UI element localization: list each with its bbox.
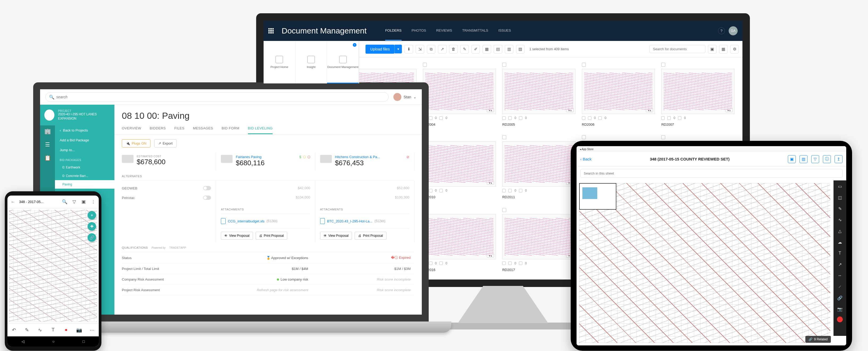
nav-project-home[interactable]: Project Home [264,41,296,83]
bid-tab[interactable]: MESSAGES [193,123,213,134]
document-thumbnail[interactable]: V1 [582,69,655,114]
camera-icon[interactable]: 📷 [75,326,83,334]
export-button[interactable]: ↗Export [154,139,177,147]
arrow-tool-icon[interactable]: ↗ [836,261,844,268]
camera-tool-icon[interactable]: 📷 [836,305,844,313]
help-icon[interactable]: ? [718,27,725,34]
link-fab[interactable]: 🔗 [88,233,96,242]
grid-view-icon[interactable]: ▦ [719,45,727,53]
bid-tab[interactable]: BID FORM [222,123,240,134]
filter-icon[interactable]: ▽ [811,155,819,163]
more-tools-icon[interactable]: ⋯ [88,326,96,334]
bidder-name[interactable]: Hitchens Construction & Pa... [335,155,380,159]
nav-home-icon[interactable]: ○ [52,339,54,344]
document-card[interactable]: V100RD2006 [582,63,655,129]
layers-icon[interactable]: ▣ [788,155,796,163]
shape-tool-icon[interactable]: △ [836,227,844,235]
search-icon[interactable]: 🔍 [61,199,68,205]
minimap[interactable] [579,183,616,210]
attachment-file[interactable]: BTC_2020.43_I-295-Hot-La...(512kb) [320,217,409,225]
ruler-tool-icon[interactable]: ⟋ [836,283,844,290]
select-tool-icon[interactable]: ▭ [836,182,844,190]
bid-tab[interactable]: FILES [175,123,184,134]
view-proposal-button[interactable]: 👁View Proposal [320,232,352,240]
locate-fab[interactable]: ⌖ [88,211,96,220]
tab-photos[interactable]: PHOTOS [412,21,426,41]
bid-tab[interactable]: BIDDERS [150,123,166,134]
toggle[interactable] [203,186,211,190]
checkbox[interactable] [661,135,665,139]
sidebar-package-item[interactable]: 0: Concrete Barr... [55,172,115,180]
share-icon[interactable]: ↥ [835,155,842,163]
layers-icon[interactable]: ▣ [80,199,87,205]
set-icon[interactable]: ▧ [516,45,525,53]
clipboard-icon[interactable]: 📋 [44,155,51,161]
undo-icon[interactable]: ↶ [10,326,18,334]
text-icon[interactable]: T [50,326,57,334]
related-button[interactable]: 🔗9 Related [805,336,831,343]
bid-tab[interactable]: OVERVIEW [122,123,141,134]
link-tool-icon[interactable]: 🔗 [836,294,844,301]
add-bid-package[interactable]: Add a Bid Package [55,135,115,145]
search-input[interactable] [650,45,705,53]
user-menu[interactable]: Stan ⌄ [393,93,416,101]
copy-icon[interactable]: ⧉ [427,45,435,53]
settings-icon[interactable]: ⚙ [730,45,739,53]
drawing-canvas[interactable]: ▭ ◫ ✎ ∿ △ ☁ T ↗ ↔ ⟋ 🔗 📷 🔗9 Related [577,180,846,345]
download-icon[interactable]: ⬇ [405,45,413,53]
sheets-icon[interactable]: ▥ [800,155,807,163]
bid-tab[interactable]: BID LEVELING [248,123,273,134]
bidder-name[interactable]: Fairlanes Paving [236,155,265,159]
back-button[interactable]: ‹ Back [580,157,592,161]
text-tool-icon[interactable]: T [836,250,844,257]
sidebar-package-item[interactable]: Paving [55,180,115,189]
measure-tool-icon[interactable]: ↔ [836,272,844,279]
checkbox[interactable] [661,63,665,67]
pen-tool-icon[interactable]: ✎ [836,205,844,212]
document-card[interactable]: V100RD2007 [661,63,735,129]
info-icon[interactable]: ⓘ [823,155,831,163]
tab-reviews[interactable]: REVIEWS [436,21,452,41]
back-to-projects[interactable]: ‹Back to Projects [55,125,115,135]
record-icon[interactable]: ● [62,326,70,334]
apps-grid-icon[interactable] [268,28,274,33]
lock-icon[interactable]: ▦ [483,45,491,53]
back-icon[interactable]: ← [9,199,17,205]
document-thumbnail[interactable]: V1 [661,69,735,114]
document-card[interactable]: V100RD2005 [502,63,576,129]
document-thumbnail[interactable]: V1 [502,141,576,186]
pen-icon[interactable]: ✎ [23,326,31,334]
document-card[interactable]: V100RD2011 [502,135,576,201]
tab-transmittals[interactable]: TRANSMITTALS [462,21,488,41]
tab-folders[interactable]: FOLDERS [385,21,401,41]
nav-recent-icon[interactable]: □ [83,339,85,344]
print-proposal-button[interactable]: 🖨Print Proposal [256,232,287,240]
user-avatar[interactable]: GA [728,26,738,35]
calendar-icon[interactable]: ▣ [708,45,716,53]
document-thumbnail[interactable]: V1 [502,69,576,114]
building-icon[interactable]: 🏢 [44,128,51,135]
version-icon[interactable]: ▥ [505,45,514,53]
checkbox[interactable] [423,63,427,67]
link-icon[interactable]: ▤ [494,45,502,53]
print-proposal-button[interactable]: 🖨Print Proposal [354,232,386,240]
share-icon[interactable]: ↗ [438,45,446,53]
checkbox[interactable] [502,208,506,212]
upload-dropdown[interactable]: ▾ [395,45,402,53]
jump-to[interactable]: Jump to... [55,145,115,155]
add-fab[interactable]: ✚ [88,222,96,231]
highlight-tool-icon[interactable]: ∿ [836,216,844,224]
list-icon[interactable]: ☰ [45,141,50,148]
global-search-input[interactable] [45,92,389,102]
delete-icon[interactable]: 🗑 [449,45,458,53]
record-tool-icon[interactable] [837,317,843,322]
checkbox[interactable] [582,63,586,67]
move-icon[interactable]: ⇲ [416,45,424,53]
document-thumbnail[interactable]: V1 [502,214,576,259]
rename-icon[interactable]: ✐ [471,45,480,53]
drawing-canvas[interactable]: ⌖ ✚ 🔗 [7,208,99,323]
toggle[interactable] [203,196,211,200]
multiselect-tool-icon[interactable]: ◫ [836,194,844,201]
cloud-tool-icon[interactable]: ☁ [836,238,844,246]
checkbox[interactable] [582,135,586,139]
